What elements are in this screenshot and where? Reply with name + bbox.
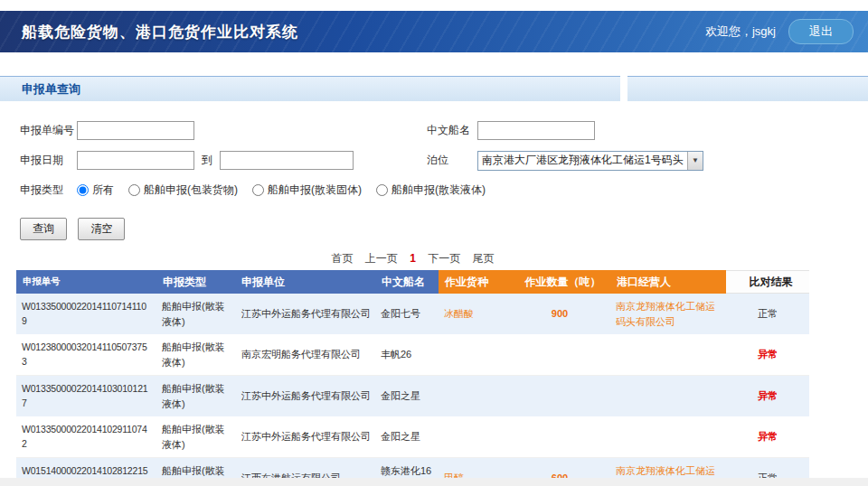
- table-header-row: 申报单号 申报类型 申报单位 中文船名 作业货种 作业数量（吨） 港口经营人 比…: [16, 270, 809, 294]
- cell-unit: 江苏中外运船务代理有限公司: [238, 376, 375, 416]
- cell-cargo: [439, 416, 509, 457]
- section-title-area: 申报单查询: [0, 76, 620, 101]
- cell-ship: 金阳之星: [375, 376, 439, 416]
- cell-result: 正常: [726, 294, 809, 334]
- table-row[interactable]: W012380000320141105073753 船舶申报(散装液体) 南京宏…: [16, 334, 809, 376]
- radio-packaged[interactable]: 船舶申报(包装货物): [128, 182, 238, 198]
- radio-bulk-liquid-label: 船舶申报(散装液体): [392, 182, 486, 198]
- cell-qty: [509, 334, 610, 375]
- table-row[interactable]: W013350000220141029110742 船舶申报(散装液体) 江苏中…: [16, 416, 809, 458]
- radio-all-input[interactable]: [77, 184, 89, 196]
- form-row-1: 申报单编号 中文船名: [20, 116, 868, 145]
- date-label: 申报日期: [20, 153, 77, 168]
- footer-strip: [0, 478, 868, 486]
- berth-select-value: 南京港大厂港区龙翔液体化工储运1号码头: [478, 153, 687, 168]
- form-row-2: 申报日期 到 泊位 南京港大厂港区龙翔液体化工储运1号码头 ▼: [20, 145, 868, 175]
- cell-unit: 江苏中外运船务代理有限公司: [238, 416, 375, 457]
- page-last[interactable]: 尾页: [473, 252, 495, 265]
- radio-bulk-liquid-input[interactable]: [376, 184, 388, 196]
- chevron-down-icon[interactable]: ▼: [687, 152, 703, 170]
- cell-decl-no: W012380000320141105073753: [16, 334, 156, 375]
- page-next[interactable]: 下一页: [428, 252, 460, 265]
- berth-select[interactable]: 南京港大厂港区龙翔液体化工储运1号码头 ▼: [477, 151, 703, 171]
- decl-no-group: 申报单编号: [20, 121, 427, 140]
- page: 船载危险货物、港口危货作业比对系统 欢迎您，jsgkj 退出 申报单查询 申报单…: [0, 11, 868, 486]
- cell-result: 异常: [726, 416, 809, 457]
- decl-no-input[interactable]: [77, 121, 194, 140]
- cell-result: 异常: [726, 376, 809, 416]
- logout-button[interactable]: 退出: [788, 19, 854, 44]
- col-header-cargo: 作业货种: [439, 270, 509, 294]
- results-table: 申报单号 申报类型 申报单位 中文船名 作业货种 作业数量（吨） 港口经营人 比…: [16, 270, 809, 486]
- cell-ship: 丰帆26: [375, 334, 439, 375]
- cell-operator: [610, 334, 726, 375]
- page-prev[interactable]: 上一页: [365, 252, 398, 265]
- col-header-unit: 申报单位: [238, 270, 375, 294]
- radio-packaged-label: 船舶申报(包装货物): [144, 182, 238, 198]
- cell-cargo: [439, 376, 509, 416]
- page-title: 申报单查询: [22, 81, 80, 98]
- cell-decl-type: 船舶申报(散装液体): [156, 294, 238, 334]
- table-row[interactable]: W013350000220141107141109 船舶申报(散装液体) 江苏中…: [16, 294, 809, 334]
- col-header-ship: 中文船名: [375, 270, 439, 294]
- berth-label: 泊位: [427, 153, 477, 168]
- table-row[interactable]: W013350000220141030101217 船舶申报(散装液体) 江苏中…: [16, 376, 809, 416]
- col-header-operator: 港口经营人: [610, 270, 726, 294]
- header-right: 欢迎您，jsgkj 退出: [705, 19, 854, 44]
- app-header: 船载危险货物、港口危货作业比对系统 欢迎您，jsgkj 退出: [0, 11, 868, 52]
- cell-decl-no: W013350000220141107141109: [16, 294, 156, 334]
- app-title: 船载危险货物、港口危货作业比对系统: [22, 22, 298, 42]
- section-side-bar: [627, 76, 868, 101]
- section-bar: 申报单查询: [0, 76, 868, 101]
- radio-packaged-input[interactable]: [128, 184, 140, 196]
- radio-all-label: 所有: [92, 182, 114, 198]
- col-header-result: 比对结果: [726, 270, 809, 294]
- cell-cargo: [439, 334, 509, 375]
- cell-ship: 金阳之星: [375, 416, 439, 457]
- decl-type-label: 申报类型: [20, 182, 77, 198]
- radio-bulk-solid-label: 船舶申报(散装固体): [268, 182, 362, 198]
- query-form: 申报单编号 中文船名 申报日期 到 泊位 南京港大厂港区龙翔液体化工储运1号码头…: [0, 101, 868, 240]
- form-row-3: 申报类型 所有 船舶申报(包装货物) 船舶申报(散装固体) 船舶申报(散装液体): [20, 175, 868, 205]
- button-row: 查询 清空: [20, 218, 868, 240]
- ship-name-input[interactable]: [477, 121, 595, 140]
- col-header-qty: 作业数量（吨）: [509, 270, 610, 294]
- cell-decl-no: W013350000220141029110742: [16, 416, 156, 457]
- cell-operator: [610, 376, 726, 416]
- ship-name-label: 中文船名: [427, 123, 477, 138]
- table-body: W013350000220141107141109 船舶申报(散装液体) 江苏中…: [16, 294, 809, 486]
- radio-bulk-solid-input[interactable]: [252, 184, 264, 196]
- cell-cargo: 冰醋酸: [439, 294, 509, 334]
- cell-qty: [509, 416, 610, 457]
- clear-button[interactable]: 清空: [78, 218, 125, 240]
- cell-unit: 南京宏明船务代理有限公司: [238, 334, 375, 375]
- cell-unit: 江苏中外运船务代理有限公司: [238, 294, 375, 334]
- decl-no-label: 申报单编号: [20, 123, 77, 138]
- cell-qty: 900: [509, 294, 610, 334]
- date-to-label: 到: [202, 153, 212, 168]
- section-divider: [620, 76, 627, 101]
- cell-qty: [509, 376, 610, 416]
- page-current: 1: [410, 252, 416, 265]
- page-first[interactable]: 首页: [331, 252, 353, 265]
- date-from-input[interactable]: [77, 151, 194, 170]
- radio-bulk-solid[interactable]: 船舶申报(散装固体): [252, 182, 362, 198]
- welcome-text: 欢迎您，jsgkj: [705, 23, 776, 40]
- date-group: 申报日期 到: [20, 151, 427, 170]
- cell-operator: 南京龙翔液体化工储运码头有限公司: [610, 294, 726, 334]
- cell-decl-no: W013350000220141030101217: [16, 376, 156, 416]
- query-button[interactable]: 查询: [20, 218, 67, 240]
- cell-decl-type: 船舶申报(散装液体): [156, 376, 238, 416]
- col-header-decl-type: 申报类型: [156, 270, 238, 294]
- col-header-decl-no: 申报单号: [16, 270, 156, 294]
- cell-decl-type: 船舶申报(散装液体): [156, 416, 238, 457]
- cell-result: 异常: [726, 334, 809, 375]
- cell-operator: [610, 416, 726, 457]
- cell-ship: 金阳七号: [375, 294, 439, 334]
- radio-bulk-liquid[interactable]: 船舶申报(散装液体): [376, 182, 486, 198]
- radio-all[interactable]: 所有: [77, 182, 114, 198]
- pagination: 首页 上一页 1 下一页 尾页: [16, 251, 809, 266]
- date-to-input[interactable]: [220, 151, 354, 170]
- cell-decl-type: 船舶申报(散装液体): [156, 334, 238, 375]
